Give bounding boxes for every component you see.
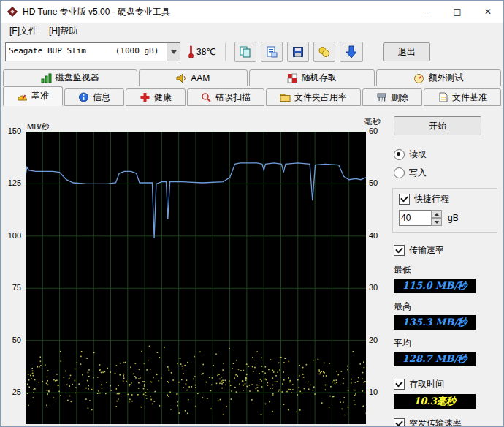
update-download-button[interactable] — [340, 42, 363, 62]
transfer-rate-option[interactable]: 传输速率 — [394, 244, 500, 257]
info-icon — [78, 92, 89, 102]
tab-label: 随机存取 — [302, 72, 337, 84]
tab-benchmark[interactable]: 基准 — [3, 86, 63, 106]
write-radio[interactable] — [394, 167, 405, 178]
tab-label: 基准 — [31, 90, 49, 102]
tab-label: 磁盘监视器 — [56, 72, 99, 84]
title-bar: HD Tune 专业版 v5.00 - 硬盘专业工具 — □ ✕ — [1, 1, 503, 23]
benchmark-chart — [26, 132, 366, 424]
min-value: 115.0 MB/秒 — [394, 279, 476, 293]
write-option[interactable]: 写入 — [394, 167, 500, 179]
y-right-tick: 60 — [369, 126, 378, 135]
burst-rate-checkbox[interactable] — [394, 418, 405, 427]
file-benchmark-icon — [438, 92, 448, 102]
spin-up-icon[interactable] — [431, 210, 442, 218]
save-button[interactable] — [287, 42, 309, 62]
tab-label: 删除 — [391, 91, 408, 104]
minimize-button[interactable]: — — [411, 1, 442, 23]
menu-help[interactable]: [H]帮助 — [43, 23, 83, 39]
tab-health[interactable]: 健康 — [126, 88, 186, 106]
spin-down-icon[interactable] — [431, 218, 442, 226]
y-left-tick: 150 — [1, 126, 21, 135]
y-left-tick: 125 — [1, 178, 21, 187]
y-right-tick: 10 — [369, 388, 378, 396]
tab-error-scan[interactable]: 错误扫描 — [187, 88, 264, 106]
short-stroke-checkbox[interactable] — [399, 194, 410, 205]
menu-bar: [F]文件 [H]帮助 — [1, 23, 503, 39]
transfer-rate-checkbox[interactable] — [394, 245, 405, 256]
disk-monitor-icon — [41, 73, 52, 83]
tab-row-main: 基准 信息 健康 错误扫描 — [1, 86, 503, 106]
access-time-label: 存取时间 — [409, 378, 444, 390]
controls-panel: 开始 读取 写入 快捷行程 — [389, 106, 500, 427]
copy-screenshot-button[interactable] — [234, 42, 256, 62]
transfer-rate-label: 传输速率 — [409, 244, 444, 257]
dropdown-arrow-icon[interactable] — [167, 43, 180, 61]
tab-aam[interactable]: AAM — [139, 69, 248, 86]
drive-select[interactable]: Seagate BUP Slim (1000 gB) — [5, 42, 180, 61]
temperature-indicator: 38℃ — [188, 45, 216, 59]
tab-label: 文件夹占用率 — [294, 91, 347, 104]
burst-rate-option[interactable]: 突发传输速率 — [394, 417, 500, 427]
start-button[interactable]: 开始 — [394, 116, 481, 135]
read-radio[interactable] — [394, 149, 405, 160]
y-right-tick: 50 — [369, 178, 378, 187]
menu-file[interactable]: [F]文件 — [4, 23, 43, 39]
erase-icon — [376, 92, 387, 102]
short-stroke-spinner — [431, 210, 442, 226]
tab-row-secondary: 磁盘监视器 AAM 随机存取 额外测试 — [1, 69, 503, 86]
read-label: 读取 — [409, 148, 427, 161]
coins-icon — [318, 45, 331, 58]
thermometer-icon — [188, 45, 194, 59]
tab-folder-usage[interactable]: 文件夹占用率 — [266, 88, 361, 106]
tab-file-benchmark[interactable]: 文件基准 — [424, 88, 501, 106]
window-title: HD Tune 专业版 v5.00 - 硬盘专业工具 — [23, 6, 411, 18]
copy-text-button[interactable] — [261, 42, 283, 62]
short-stroke-group: 快捷行程 gB — [392, 188, 497, 233]
read-option[interactable]: 读取 — [394, 148, 500, 161]
access-time-option[interactable]: 存取时间 — [394, 378, 500, 390]
error-scan-icon — [201, 92, 212, 102]
burst-rate-label: 突发传输速率 — [409, 417, 462, 427]
benchmark-icon — [17, 91, 28, 102]
access-time-checkbox[interactable] — [394, 379, 405, 390]
tab-random-access[interactable]: 随机存取 — [249, 69, 375, 86]
registration-button[interactable] — [313, 42, 335, 62]
write-label: 写入 — [409, 167, 427, 179]
tab-label: 错误扫描 — [215, 91, 251, 104]
save-icon — [291, 45, 305, 58]
app-window: HD Tune 专业版 v5.00 - 硬盘专业工具 — □ ✕ [F]文件 [… — [0, 0, 504, 427]
y-axis-left-unit: MB/秒 — [27, 121, 50, 132]
tab-label: 文件基准 — [452, 91, 487, 104]
close-button[interactable]: ✕ — [473, 1, 503, 23]
y-left-tick: 50 — [1, 336, 21, 344]
tab-extra-tests[interactable]: 额外测试 — [376, 69, 502, 86]
short-stroke-label: 快捷行程 — [414, 193, 449, 205]
tab-erase[interactable]: 删除 — [362, 88, 422, 106]
random-access-icon — [287, 73, 298, 83]
y-right-tick: 30 — [369, 283, 378, 292]
maximize-button[interactable]: □ — [442, 1, 473, 23]
window-controls: — □ ✕ — [411, 1, 503, 23]
tab-info[interactable]: 信息 — [64, 88, 124, 106]
y-left-tick: 100 — [1, 231, 21, 240]
short-stroke-unit: gB — [448, 213, 459, 223]
tab-label: 信息 — [93, 91, 110, 104]
y-right-tick: 40 — [369, 231, 378, 240]
short-stroke-option[interactable]: 快捷行程 — [399, 193, 495, 205]
short-stroke-size-input[interactable] — [399, 210, 432, 226]
y-axis-right-unit: 毫秒 — [364, 116, 381, 127]
y-right-tick: 20 — [369, 336, 378, 344]
y-left-tick: 25 — [1, 388, 21, 396]
tab-label: 健康 — [154, 91, 172, 104]
avg-value: 128.7 MB/秒 — [394, 352, 476, 366]
toolbar: Seagate BUP Slim (1000 gB) 38℃ — [1, 39, 503, 65]
access-time-value: 10.3毫秒 — [394, 394, 476, 409]
speaker-icon — [176, 73, 187, 83]
exit-button[interactable]: 退出 — [383, 42, 430, 61]
tab-disk-monitor[interactable]: 磁盘监视器 — [3, 69, 137, 86]
app-icon — [7, 6, 18, 18]
health-cross-icon — [140, 92, 150, 102]
drive-select-value: Seagate BUP Slim (1000 gB) — [6, 43, 167, 61]
y-left-tick: 75 — [1, 283, 21, 292]
